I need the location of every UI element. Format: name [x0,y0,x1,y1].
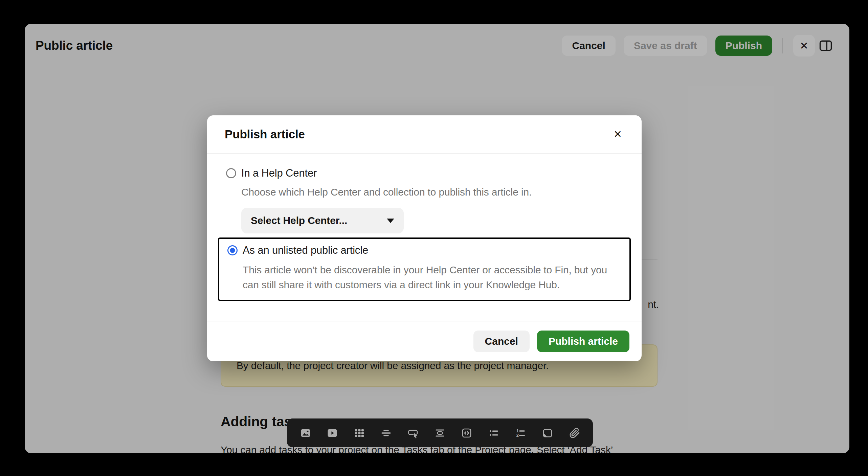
modal-header: Publish article ✕ [207,115,642,153]
modal-title: Publish article [225,128,305,141]
radio-help-center[interactable] [226,168,236,178]
publish-article-modal: Publish article ✕ In a Help Center Choos… [207,115,642,361]
option-unlisted-focused[interactable]: As an unlisted public article This artic… [218,237,631,301]
chevron-down-icon [387,219,394,223]
option-unlisted[interactable]: As an unlisted public article [227,244,621,256]
option-unlisted-description: This article won’t be discoverable in yo… [243,263,621,292]
radio-unlisted[interactable] [227,245,238,255]
option-help-center-description: Choose which Help Center and collection … [241,185,623,200]
modal-cancel-button[interactable]: Cancel [473,331,530,352]
modal-body: In a Help Center Choose which Help Cente… [207,154,642,301]
help-center-select[interactable]: Select Help Center... [241,208,404,233]
modal-close-icon[interactable]: ✕ [611,127,624,141]
modal-footer: Cancel Publish article [207,321,642,361]
help-center-select-value: Select Help Center... [251,215,387,226]
option-help-center[interactable]: In a Help Center [226,167,623,179]
option-unlisted-label[interactable]: As an unlisted public article [243,244,368,256]
option-help-center-label[interactable]: In a Help Center [241,167,317,179]
modal-publish-button[interactable]: Publish article [537,331,629,352]
